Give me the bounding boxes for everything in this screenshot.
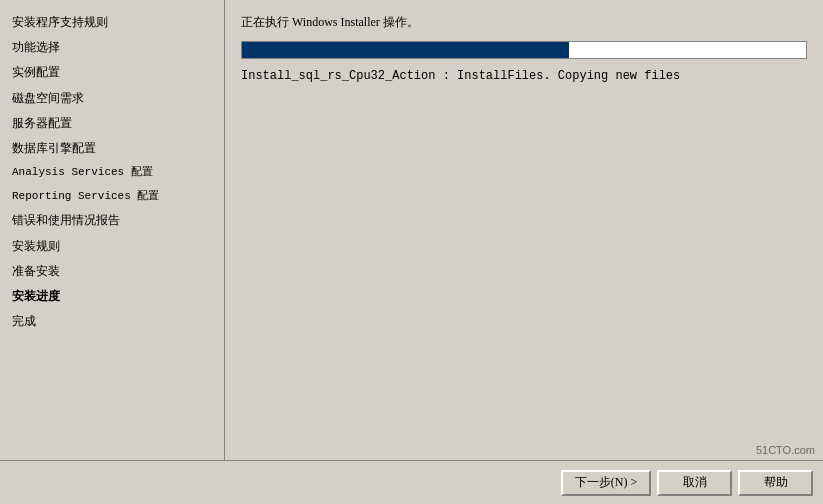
progress-container (241, 41, 807, 59)
sidebar-item-complete: 完成 (8, 309, 216, 334)
sidebar-item-prepare-install: 准备安装 (8, 259, 216, 284)
watermark: 51CTO.com (756, 444, 815, 456)
sidebar-item-server-config: 服务器配置 (8, 111, 216, 136)
sidebar-item-feature-select: 功能选择 (8, 35, 216, 60)
next-button[interactable]: 下一步(N) > (561, 470, 651, 496)
sidebar-item-error-report: 错误和使用情况报告 (8, 208, 216, 233)
sidebar-item-install-progress: 安装进度 (8, 284, 216, 309)
cancel-button[interactable]: 取消 (657, 470, 732, 496)
bottom-bar: 下一步(N) > 取消 帮助 (0, 460, 823, 504)
progress-bar (242, 42, 569, 58)
sidebar-item-instance-config: 实例配置 (8, 60, 216, 85)
sidebar-item-reporting-services: Reporting Services 配置 (8, 185, 216, 209)
sidebar-item-disk-space: 磁盘空间需求 (8, 86, 216, 111)
sidebar-item-install-rules: 安装程序支持规则 (8, 10, 216, 35)
action-text: Install_sql_rs_Cpu32_Action : InstallFil… (241, 69, 807, 83)
help-button[interactable]: 帮助 (738, 470, 813, 496)
sidebar-item-install-rules2: 安装规则 (8, 234, 216, 259)
main-content: 正在执行 Windows Installer 操作。 Install_sql_r… (225, 0, 823, 460)
dialog: 安装程序支持规则功能选择实例配置磁盘空间需求服务器配置数据库引擎配置Analys… (0, 0, 823, 504)
sidebar-item-db-engine-config: 数据库引擎配置 (8, 136, 216, 161)
status-text: 正在执行 Windows Installer 操作。 (241, 14, 807, 31)
sidebar-item-analysis-services: Analysis Services 配置 (8, 161, 216, 185)
sidebar: 安装程序支持规则功能选择实例配置磁盘空间需求服务器配置数据库引擎配置Analys… (0, 0, 225, 460)
dialog-body: 安装程序支持规则功能选择实例配置磁盘空间需求服务器配置数据库引擎配置Analys… (0, 0, 823, 460)
